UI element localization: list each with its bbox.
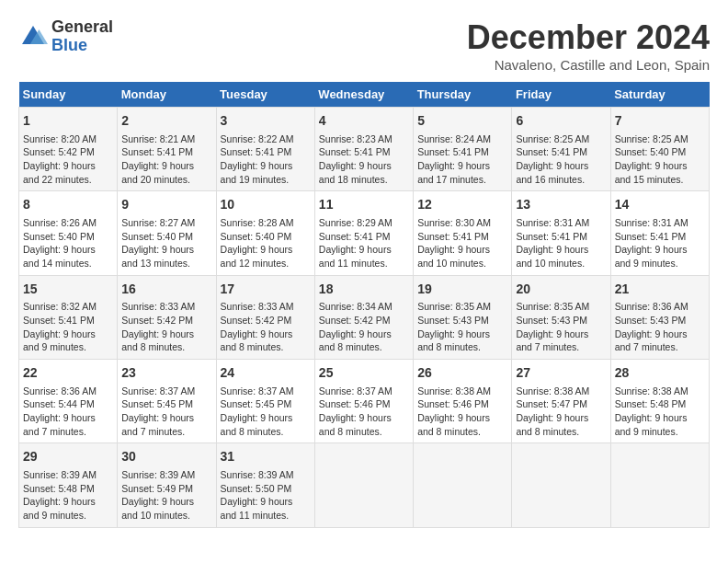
calendar-cell: 6Sunrise: 8:25 AMSunset: 5:41 PMDaylight… [512,108,610,191]
day-number: 29 [23,448,113,466]
month-title: December 2024 [467,18,710,57]
week-row-2: 15Sunrise: 8:32 AMSunset: 5:41 PMDayligh… [19,275,710,359]
day-number: 5 [417,112,507,131]
calendar-body: 1Sunrise: 8:20 AMSunset: 5:42 PMDaylight… [19,108,710,528]
day-number: 18 [319,281,409,299]
title-area: December 2024 Navaleno, Castille and Leo… [467,18,710,73]
calendar-cell: 24Sunrise: 8:37 AMSunset: 5:45 PMDayligh… [216,360,314,443]
day-number: 4 [319,112,409,131]
day-info: Sunrise: 8:31 AMSunset: 5:41 PMDaylight:… [615,216,705,270]
day-number: 11 [319,196,409,214]
calendar-cell: 28Sunrise: 8:38 AMSunset: 5:48 PMDayligh… [610,360,709,443]
day-number: 26 [417,364,507,383]
header-row: SundayMondayTuesdayWednesdayThursdayFrid… [19,82,710,108]
calendar-cell: 31Sunrise: 8:39 AMSunset: 5:50 PMDayligh… [216,443,314,527]
day-info: Sunrise: 8:37 AMSunset: 5:46 PMDaylight:… [319,385,409,439]
calendar-cell: 13Sunrise: 8:31 AMSunset: 5:41 PMDayligh… [512,191,610,275]
day-info: Sunrise: 8:22 AMSunset: 5:41 PMDaylight:… [221,132,311,187]
day-number: 7 [615,112,705,131]
calendar-cell: 17Sunrise: 8:33 AMSunset: 5:42 PMDayligh… [216,275,314,359]
day-info: Sunrise: 8:35 AMSunset: 5:43 PMDaylight:… [516,300,606,354]
day-info: Sunrise: 8:39 AMSunset: 5:50 PMDaylight:… [221,468,311,523]
day-number: 3 [221,112,311,131]
week-row-0: 1Sunrise: 8:20 AMSunset: 5:42 PMDaylight… [19,108,710,191]
day-info: Sunrise: 8:36 AMSunset: 5:43 PMDaylight:… [615,300,705,354]
day-number: 21 [615,281,705,299]
calendar-cell: 11Sunrise: 8:29 AMSunset: 5:41 PMDayligh… [314,191,413,275]
calendar-cell: 29Sunrise: 8:39 AMSunset: 5:48 PMDayligh… [19,443,118,527]
calendar-cell: 22Sunrise: 8:36 AMSunset: 5:44 PMDayligh… [19,360,118,443]
day-info: Sunrise: 8:34 AMSunset: 5:42 PMDaylight:… [319,300,409,354]
day-info: Sunrise: 8:39 AMSunset: 5:48 PMDaylight:… [23,468,113,523]
day-number: 2 [121,112,211,131]
day-number: 23 [121,364,211,383]
day-info: Sunrise: 8:25 AMSunset: 5:40 PMDaylight:… [615,132,705,187]
logo-general: General [51,18,113,37]
day-info: Sunrise: 8:30 AMSunset: 5:41 PMDaylight:… [417,216,507,270]
day-number: 15 [23,281,113,299]
calendar-cell [512,443,610,527]
calendar-cell: 3Sunrise: 8:22 AMSunset: 5:41 PMDaylight… [216,108,314,191]
day-info: Sunrise: 8:20 AMSunset: 5:42 PMDaylight:… [23,132,113,187]
calendar-cell: 1Sunrise: 8:20 AMSunset: 5:42 PMDaylight… [19,108,118,191]
day-info: Sunrise: 8:37 AMSunset: 5:45 PMDaylight:… [121,385,211,439]
day-number: 20 [516,281,606,299]
calendar-cell: 21Sunrise: 8:36 AMSunset: 5:43 PMDayligh… [610,275,709,359]
day-number: 9 [121,196,211,214]
calendar-cell [610,443,709,527]
header-thursday: Thursday [414,82,512,108]
week-row-4: 29Sunrise: 8:39 AMSunset: 5:48 PMDayligh… [19,443,710,527]
logo-blue: Blue [51,37,113,55]
day-info: Sunrise: 8:32 AMSunset: 5:41 PMDaylight:… [23,300,113,354]
logo-text: General Blue [51,18,113,55]
day-number: 28 [615,364,705,383]
day-info: Sunrise: 8:38 AMSunset: 5:46 PMDaylight:… [417,385,507,439]
calendar-cell: 8Sunrise: 8:26 AMSunset: 5:40 PMDaylight… [19,191,118,275]
day-info: Sunrise: 8:31 AMSunset: 5:41 PMDaylight:… [516,216,606,270]
calendar-cell: 4Sunrise: 8:23 AMSunset: 5:41 PMDaylight… [314,108,413,191]
calendar-cell: 9Sunrise: 8:27 AMSunset: 5:40 PMDaylight… [118,191,216,275]
calendar-cell: 14Sunrise: 8:31 AMSunset: 5:41 PMDayligh… [610,191,709,275]
calendar-cell: 10Sunrise: 8:28 AMSunset: 5:40 PMDayligh… [216,191,314,275]
header-friday: Friday [512,82,610,108]
calendar-cell: 7Sunrise: 8:25 AMSunset: 5:40 PMDaylight… [610,108,709,191]
calendar-cell: 19Sunrise: 8:35 AMSunset: 5:43 PMDayligh… [414,275,512,359]
day-number: 1 [23,112,113,131]
day-info: Sunrise: 8:36 AMSunset: 5:44 PMDaylight:… [23,385,113,439]
header-tuesday: Tuesday [216,82,314,108]
calendar-cell: 2Sunrise: 8:21 AMSunset: 5:41 PMDaylight… [118,108,216,191]
logo-icon [18,22,48,52]
day-number: 6 [516,112,606,131]
day-info: Sunrise: 8:35 AMSunset: 5:43 PMDaylight:… [417,300,507,354]
day-info: Sunrise: 8:37 AMSunset: 5:45 PMDaylight:… [221,385,311,439]
day-number: 25 [319,364,409,383]
day-number: 17 [221,281,311,299]
day-info: Sunrise: 8:38 AMSunset: 5:47 PMDaylight:… [516,385,606,439]
day-number: 14 [615,196,705,214]
calendar-cell: 16Sunrise: 8:33 AMSunset: 5:42 PMDayligh… [118,275,216,359]
week-row-3: 22Sunrise: 8:36 AMSunset: 5:44 PMDayligh… [19,360,710,443]
day-number: 19 [417,281,507,299]
calendar-cell: 26Sunrise: 8:38 AMSunset: 5:46 PMDayligh… [414,360,512,443]
calendar-cell: 20Sunrise: 8:35 AMSunset: 5:43 PMDayligh… [512,275,610,359]
calendar-cell: 30Sunrise: 8:39 AMSunset: 5:49 PMDayligh… [118,443,216,527]
calendar-cell: 12Sunrise: 8:30 AMSunset: 5:41 PMDayligh… [414,191,512,275]
day-info: Sunrise: 8:33 AMSunset: 5:42 PMDaylight:… [221,300,311,354]
day-info: Sunrise: 8:23 AMSunset: 5:41 PMDaylight:… [319,132,409,187]
day-info: Sunrise: 8:33 AMSunset: 5:42 PMDaylight:… [121,300,211,354]
calendar-cell [314,443,413,527]
day-info: Sunrise: 8:29 AMSunset: 5:41 PMDaylight:… [319,216,409,270]
calendar-cell: 27Sunrise: 8:38 AMSunset: 5:47 PMDayligh… [512,360,610,443]
day-number: 24 [221,364,311,383]
week-row-1: 8Sunrise: 8:26 AMSunset: 5:40 PMDaylight… [19,191,710,275]
calendar-cell: 15Sunrise: 8:32 AMSunset: 5:41 PMDayligh… [19,275,118,359]
day-number: 27 [516,364,606,383]
calendar-cell: 18Sunrise: 8:34 AMSunset: 5:42 PMDayligh… [314,275,413,359]
day-number: 30 [121,448,211,466]
day-info: Sunrise: 8:24 AMSunset: 5:41 PMDaylight:… [417,132,507,187]
calendar-cell: 25Sunrise: 8:37 AMSunset: 5:46 PMDayligh… [314,360,413,443]
day-number: 10 [221,196,311,214]
day-info: Sunrise: 8:39 AMSunset: 5:49 PMDaylight:… [121,468,211,523]
day-info: Sunrise: 8:25 AMSunset: 5:41 PMDaylight:… [516,132,606,187]
header: General Blue December 2024 Navaleno, Cas… [18,18,710,73]
